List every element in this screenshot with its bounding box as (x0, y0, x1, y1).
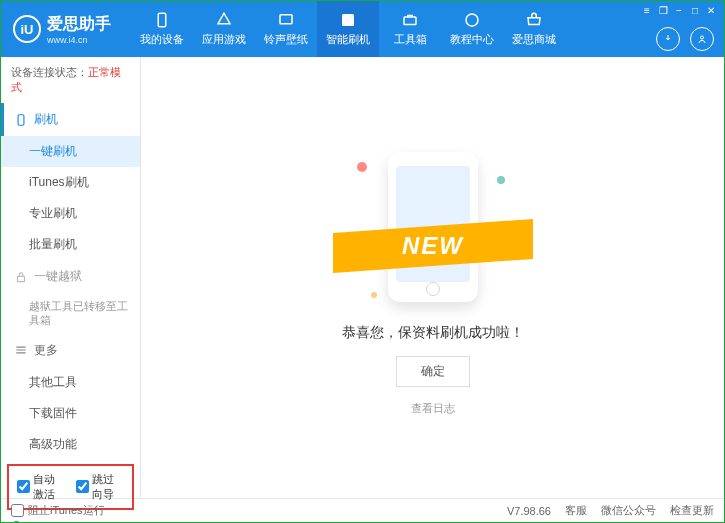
version-label: V7.98.66 (507, 505, 551, 517)
wechat-link[interactable]: 微信公众号 (601, 503, 656, 518)
success-message: 恭喜您，保资料刷机成功啦！ (342, 324, 524, 342)
sidebar-head-jailbreak: 一键越狱 (1, 260, 140, 293)
sidebar-item-advanced[interactable]: 高级功能 (1, 429, 140, 460)
nav-apps[interactable]: 应用游戏 (193, 1, 255, 57)
image-icon (277, 11, 295, 29)
svg-rect-6 (18, 114, 24, 125)
toolbox-icon (401, 11, 419, 29)
phone-icon (153, 11, 171, 29)
svg-point-4 (466, 14, 478, 26)
sidebar-item-batch[interactable]: 批量刷机 (1, 229, 140, 260)
sidebar-item-pro[interactable]: 专业刷机 (1, 198, 140, 229)
sidebar-head-more[interactable]: 更多 (1, 334, 140, 367)
sidebar-item-firmware[interactable]: 下载固件 (1, 398, 140, 429)
new-ribbon: NEW (333, 219, 533, 273)
nav-toolbox[interactable]: 工具箱 (379, 1, 441, 57)
support-link[interactable]: 客服 (565, 503, 587, 518)
menu-icon[interactable]: ≡ (640, 3, 654, 17)
nav-ringtones[interactable]: 铃声壁纸 (255, 1, 317, 57)
ok-button[interactable]: 确定 (396, 356, 470, 387)
skip-wizard-checkbox[interactable]: 跳过向导 (76, 472, 125, 502)
sidebar-item-itunes[interactable]: iTunes刷机 (1, 167, 140, 198)
store-icon (525, 11, 543, 29)
view-log-link[interactable]: 查看日志 (411, 401, 455, 416)
sidebar-item-other[interactable]: 其他工具 (1, 367, 140, 398)
user-button[interactable] (690, 27, 714, 51)
header: iU 爱思助手 www.i4.cn 我的设备 应用游戏 铃声壁纸 智能刷机 工具… (1, 1, 724, 57)
user-icon (696, 33, 708, 45)
sidebar-head-flash[interactable]: 刷机 (1, 103, 140, 136)
refresh-icon (339, 11, 357, 29)
nav-flash[interactable]: 智能刷机 (317, 1, 379, 57)
main-content: NEW 恭喜您，保资料刷机成功啦！ 确定 查看日志 (141, 57, 724, 498)
logo-icon: iU (13, 15, 41, 43)
block-itunes-checkbox[interactable]: 阻止iTunes运行 (11, 503, 105, 518)
app-site: www.i4.cn (47, 35, 111, 45)
window-controls: ≡ ❐ − □ ✕ (640, 3, 718, 17)
header-actions (656, 27, 714, 51)
nav-store[interactable]: 爱思商城 (503, 1, 565, 57)
close-icon[interactable]: ✕ (704, 3, 718, 17)
minimize-icon[interactable]: − (672, 3, 686, 17)
nav-my-device[interactable]: 我的设备 (131, 1, 193, 57)
auto-activate-checkbox[interactable]: 自动激活 (17, 472, 66, 502)
svg-rect-2 (342, 14, 354, 26)
app-name: 爱思助手 (47, 14, 111, 35)
download-button[interactable] (656, 27, 680, 51)
phone-icon (14, 113, 28, 127)
jailbreak-note: 越狱工具已转移至工具箱 (1, 293, 140, 334)
nav-tutorials[interactable]: 教程中心 (441, 1, 503, 57)
svg-point-5 (701, 36, 704, 39)
connection-status: 设备连接状态：正常模式 (1, 57, 140, 103)
svg-rect-1 (280, 15, 292, 24)
svg-rect-3 (404, 17, 416, 25)
update-link[interactable]: 检查更新 (670, 503, 714, 518)
sidebar-item-oneclick[interactable]: 一键刷机 (1, 136, 140, 167)
download-icon (662, 33, 674, 45)
menu-icon (14, 343, 28, 357)
skin-icon[interactable]: ❐ (656, 3, 670, 17)
main-nav: 我的设备 应用游戏 铃声壁纸 智能刷机 工具箱 教程中心 爱思商城 (131, 1, 565, 57)
sidebar: 设备连接状态：正常模式 刷机 一键刷机 iTunes刷机 专业刷机 批量刷机 一… (1, 57, 141, 498)
lock-icon (14, 270, 28, 284)
logo: iU 爱思助手 www.i4.cn (1, 14, 123, 45)
svg-rect-7 (18, 276, 25, 281)
success-illustration: NEW (333, 140, 533, 310)
maximize-icon[interactable]: □ (688, 3, 702, 17)
apps-icon (215, 11, 233, 29)
svg-rect-0 (158, 13, 166, 27)
book-icon (463, 11, 481, 29)
